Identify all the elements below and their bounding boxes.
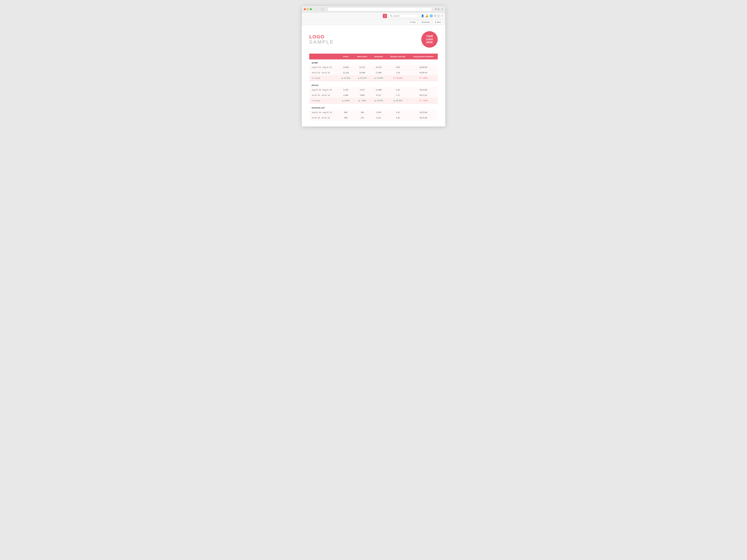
search-bar: 🔍	[388, 14, 418, 18]
section-facebook: facebook.com	[309, 105, 438, 110]
search-input[interactable]	[393, 15, 417, 17]
table-row: Jul 01 '16 - Jul 31 '16 11,218 10,086 17…	[309, 70, 438, 75]
browser-titlebar: ‹ › ⬜ ⬆ ⧉ +	[302, 6, 445, 12]
change-sessions: ▲ 19.25%	[371, 98, 387, 104]
change-row-direct: % change ▲ 8.26% ▲ 7.66% ▲ 19.25% ▲ 36.2…	[309, 98, 438, 104]
bounce-val: 1.39	[387, 70, 409, 75]
section-facebook-label: facebook.com	[309, 105, 438, 110]
more-button[interactable]: ▼ More	[433, 20, 443, 24]
logo-text-block: LOGO SAMPLE	[309, 34, 334, 45]
users-val: 4,730	[338, 87, 354, 92]
bounce-val: 1.02	[387, 110, 409, 115]
nav-buttons: ‹ ›	[314, 8, 319, 11]
row-label: Aug 01 '16 - Aug 31 '16	[309, 110, 338, 115]
toolbar-icons: 👤 🔔 🌐 ⚙ ⊡ ↗	[421, 14, 443, 18]
row-label: Jul 01 '16 - Jul 31 '16	[309, 70, 338, 75]
send-button[interactable]: ✉ Send	[407, 20, 417, 24]
tab-view-button[interactable]: ⬜	[320, 8, 325, 11]
new-users-val: 10,086	[354, 70, 371, 75]
sessions-val: 2,254	[371, 110, 387, 115]
users-val: 11,218	[338, 70, 354, 75]
bounce-val: 1.65	[387, 115, 409, 121]
duplicate-icon[interactable]: ⧉	[438, 8, 439, 10]
section-direct: (direct)	[309, 82, 438, 87]
new-users-val: 12,721	[354, 65, 371, 70]
users-icon[interactable]: 👤	[421, 14, 424, 18]
your-logo-text: YOURLOGOHERE	[426, 35, 433, 44]
change-bounce: ▲ 36.26%	[387, 98, 409, 104]
forward-button[interactable]: ›	[317, 8, 319, 11]
back-button[interactable]: ‹	[314, 8, 316, 11]
change-label: % change	[309, 98, 338, 104]
browser-window: ‹ › ⬜ ⬆ ⧉ + + 🔍 👤 🔔 🌐 ⚙ ⊡ ↗ ✉ Send ↓ Dow…	[302, 6, 445, 127]
notifications-icon[interactable]: 🔔	[426, 14, 429, 18]
browser-actions: ⬆ ⧉	[435, 8, 439, 10]
your-logo-circle: YOURLOGOHERE	[421, 31, 438, 48]
minimize-button[interactable]	[307, 8, 309, 10]
col-header-bounce: Bounce rate (%)	[387, 54, 409, 59]
table-row: Aug 01 '16 - Aug 31 '16 13,954 12,721 22…	[309, 65, 438, 70]
table-row: Aug 01 '16 - Aug 31 '16 665 188 2,254 1.…	[309, 110, 438, 115]
share-icon[interactable]: ⬆	[435, 8, 437, 10]
avg-session-val: 00:11:01	[409, 92, 438, 98]
sessions-val: 11,588	[371, 87, 387, 92]
new-users-val: 4,147	[354, 87, 371, 92]
row-label: Aug 01 '16 - Aug 31 '16	[309, 87, 338, 92]
maximize-button[interactable]	[310, 8, 312, 10]
avg-session-val: 00:06:14	[409, 70, 438, 75]
change-new-users: ▲ 7.66%	[354, 98, 371, 104]
table-header: Users New Users Sessions Bounce rate (%)…	[309, 54, 438, 59]
bounce-val: 0.90	[387, 65, 409, 70]
globe-icon[interactable]: 🌐	[430, 14, 433, 18]
section-google-label: google	[309, 59, 438, 65]
avg-session-val: 00:15:08	[409, 110, 438, 115]
col-header-avg-session: Avg Session Duration	[409, 54, 438, 59]
sessions-val: 22,215	[371, 65, 387, 70]
col-header-new-users: New Users	[354, 54, 371, 59]
bounce-val: 1.71	[387, 92, 409, 98]
url-bar[interactable]	[328, 7, 432, 11]
logo-area: LOGO SAMPLE YOURLOGOHERE	[309, 31, 438, 48]
sessions-val: 17,993	[371, 70, 387, 75]
add-tab-button[interactable]: +	[441, 7, 443, 11]
bounce-val: 2.33	[387, 87, 409, 92]
users-val: 558	[338, 115, 354, 121]
browser-toolbar: + 🔍 👤 🔔 🌐 ⚙ ⊡ ↗	[302, 12, 445, 20]
table-body: google Aug 01 '16 - Aug 31 '16 13,954 12…	[309, 59, 438, 121]
spacer	[309, 103, 438, 105]
avg-session-val: 00:15:29	[409, 115, 438, 121]
download-button[interactable]: ↓ Download	[418, 20, 432, 24]
row-label: Jul 01 '16 - Jul 31 '16	[309, 92, 338, 98]
change-users: ▲ 8.26%	[338, 98, 354, 104]
row-label: Jul 01 '16 - Jul 31 '16	[309, 115, 338, 121]
change-users: ▲ 24.39%	[338, 75, 354, 81]
logo-text: LOGO	[309, 34, 334, 39]
change-row-google: % change ▲ 24.39% ▲ 26.13% ▲ 23.46% ▼ -3…	[309, 75, 438, 81]
users-val: 13,954	[338, 65, 354, 70]
change-sessions: ▲ 23.46%	[371, 75, 387, 81]
users-val: 665	[338, 110, 354, 115]
export-icon[interactable]: ↗	[441, 14, 443, 18]
users-val: 4,369	[338, 92, 354, 98]
avg-session-val: 00:06:09	[409, 65, 438, 70]
close-button[interactable]	[304, 8, 306, 10]
traffic-lights	[304, 8, 312, 10]
change-label: % change	[309, 75, 338, 81]
avg-session-val: 00:10:58	[409, 87, 438, 92]
section-direct-label: (direct)	[309, 82, 438, 87]
section-google: google	[309, 59, 438, 65]
table-row: Jul 01 '16 - Jul 31 '16 4,369 3,852 9,71…	[309, 92, 438, 98]
col-header-sessions: Sessions	[371, 54, 387, 59]
settings-icon[interactable]: ⚙	[434, 14, 436, 18]
change-avg-session: ▼ -1.00%	[409, 98, 438, 104]
sample-text: SAMPLE	[309, 39, 334, 45]
sessions-val: 9,717	[371, 92, 387, 98]
new-users-val: 170	[354, 115, 371, 121]
plus-button[interactable]: +	[383, 14, 387, 18]
new-users-val: 3,852	[354, 92, 371, 98]
row-label: Aug 01 '16 - Aug 31 '16	[309, 65, 338, 70]
table-row: Jul 01 '16 - Jul 31 '16 558 170 2,121 1.…	[309, 115, 438, 121]
layout-icon[interactable]: ⊡	[437, 14, 440, 18]
new-users-val: 188	[354, 110, 371, 115]
data-table: Users New Users Sessions Bounce rate (%)…	[309, 54, 438, 121]
